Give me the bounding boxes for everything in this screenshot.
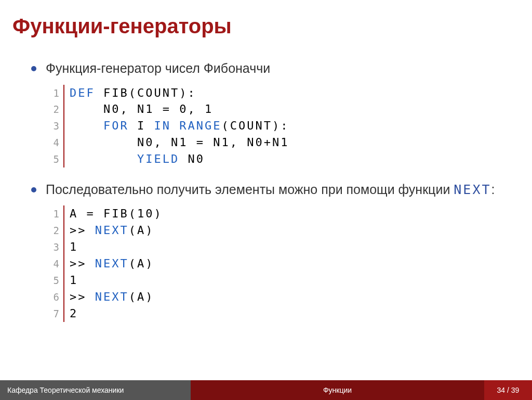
footer-section: Функции — [191, 380, 484, 400]
code-content: 2 — [63, 305, 78, 322]
slide-title: Функции-генераторы — [0, 0, 532, 43]
code-content: 1 — [63, 272, 78, 289]
code-line: 6>> NEXT(A) — [46, 289, 501, 305]
line-number: 5 — [46, 274, 59, 288]
line-number: 6 — [46, 290, 59, 305]
code-content: YIELD N0 — [63, 151, 205, 167]
bullet-text: Последовательно получить элементы можно … — [46, 180, 501, 200]
code-line: 2 N0, N1 = 0, 1 — [46, 101, 501, 118]
code-line: 1A = FIB(10) — [46, 205, 501, 222]
code-line: 3 FOR I IN RANGE(COUNT): — [46, 118, 501, 134]
slide-content: Функция-генератор чисел Фибоначчи 1DEF F… — [0, 43, 532, 322]
code-block-1: 1DEF FIB(COUNT):2 N0, N1 = 0, 13 FOR I I… — [46, 85, 501, 167]
code-content: >> NEXT(A) — [63, 255, 154, 272]
code-content: N0, N1 = N1, N0+N1 — [63, 134, 289, 151]
bullet-text-prefix: Последовательно получить элементы можно … — [46, 182, 454, 197]
bullet-item-2: Последовательно получить элементы можно … — [31, 180, 501, 200]
line-number: 1 — [46, 86, 59, 101]
line-number: 7 — [46, 307, 59, 321]
code-line: 4 N0, N1 = N1, N0+N1 — [46, 134, 501, 151]
code-line: 51 — [46, 272, 501, 289]
footer-page-number: 34 / 39 — [484, 380, 532, 400]
code-line: 31 — [46, 239, 501, 255]
code-content: >> NEXT(A) — [63, 289, 154, 305]
line-number: 4 — [46, 257, 59, 272]
inline-code-next: NEXT — [454, 182, 491, 197]
code-content: 1 — [63, 239, 78, 255]
code-line: 2>> NEXT(A) — [46, 222, 501, 239]
code-block-2: 1A = FIB(10)2>> NEXT(A)314>> NEXT(A)516>… — [46, 205, 501, 321]
code-content: DEF FIB(COUNT): — [63, 85, 196, 101]
bullet-icon — [31, 66, 36, 71]
line-number: 4 — [46, 136, 59, 150]
bullet-text: Функция-генератор чисел Фибоначчи — [46, 59, 501, 79]
code-content: A = FIB(10) — [63, 205, 163, 222]
footer-department: Кафедра Теоретической механики — [0, 380, 191, 400]
line-number: 1 — [46, 207, 59, 222]
code-content: >> NEXT(A) — [63, 222, 154, 239]
code-line: 5 YIELD N0 — [46, 151, 501, 167]
line-number: 5 — [46, 152, 59, 167]
code-line: 1DEF FIB(COUNT): — [46, 85, 501, 101]
footer: Кафедра Теоретической механики Функции 3… — [0, 380, 532, 400]
line-number: 3 — [46, 119, 59, 134]
bullet-item-1: Функция-генератор чисел Фибоначчи — [31, 59, 501, 79]
code-line: 4>> NEXT(A) — [46, 255, 501, 272]
line-number: 2 — [46, 102, 59, 117]
code-content: N0, N1 = 0, 1 — [63, 101, 213, 118]
code-content: FOR I IN RANGE(COUNT): — [63, 118, 289, 134]
bullet-text-suffix: : — [491, 182, 495, 197]
line-number: 2 — [46, 224, 59, 238]
line-number: 3 — [46, 240, 59, 255]
bullet-icon — [31, 187, 36, 192]
code-line: 72 — [46, 305, 501, 322]
